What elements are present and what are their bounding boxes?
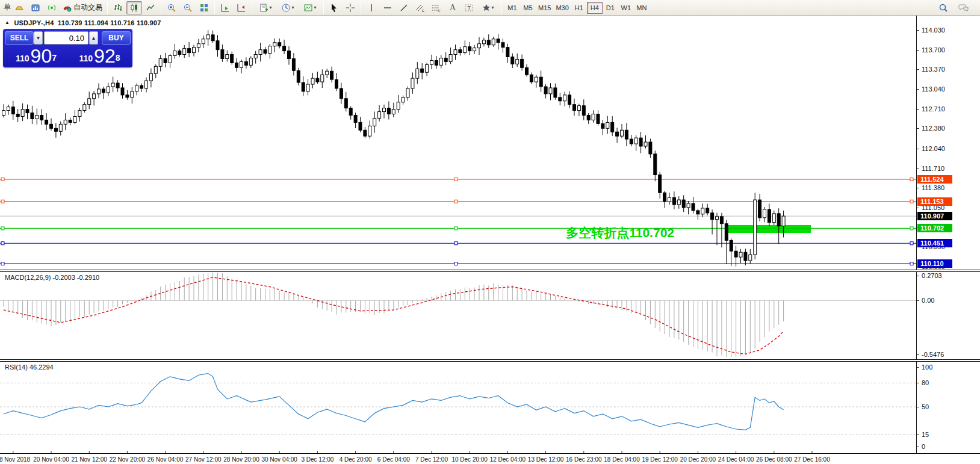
hline-handle[interactable] <box>910 200 913 203</box>
main-toolbar: 单 自动交易 ▾ ▾ ▾ <box>0 0 980 16</box>
buy-price[interactable]: 110 92 8 <box>69 46 131 65</box>
macd-panel <box>0 273 916 357</box>
vertical-line-tool-icon[interactable] <box>364 1 379 14</box>
candle-body <box>649 142 652 154</box>
price-tick <box>917 188 919 188</box>
tile-windows-icon[interactable] <box>196 1 212 14</box>
toolbar-separator <box>252 2 252 14</box>
zoom-out-icon[interactable] <box>180 1 196 14</box>
chat-icon[interactable] <box>956 1 972 14</box>
price-tick-label: 113.040 <box>922 85 945 93</box>
macd-label: MACD(12,26,9) -0.2003 -0.2910 <box>5 274 99 281</box>
time-label: 3 Dec 12:00 <box>301 456 333 463</box>
line-chart-mode-icon[interactable] <box>143 1 158 14</box>
hline-handle[interactable] <box>454 262 457 265</box>
signal-icon[interactable] <box>44 1 60 14</box>
rsi-scale-label: 0 <box>922 443 925 450</box>
hline-handle[interactable] <box>1 200 4 203</box>
chart-shift-icon[interactable] <box>234 1 249 14</box>
trendline-tool-icon[interactable] <box>396 1 412 14</box>
candlestick-mode-icon[interactable] <box>126 1 142 14</box>
timeframe-m1[interactable]: M1 <box>504 2 520 14</box>
pivot-annotation[interactable]: 多空转折点110.702 <box>536 224 674 241</box>
rsi-panel-splitter[interactable] <box>0 359 980 362</box>
volume-input[interactable] <box>44 31 88 45</box>
hline-handle[interactable] <box>454 178 457 181</box>
autotrading-button[interactable]: 自动交易 <box>60 1 105 14</box>
candle-body <box>549 88 552 94</box>
equidistant-channel-tool-icon[interactable]: E <box>412 1 428 14</box>
hline-handle[interactable] <box>454 200 457 203</box>
candle-body <box>359 122 362 130</box>
gold-ingot-icon[interactable] <box>11 1 27 14</box>
timeframe-w1[interactable]: W1 <box>618 2 634 14</box>
hline-handle[interactable] <box>454 227 457 230</box>
new-chart-button[interactable]: ▾ <box>255 1 276 14</box>
chart-canvas[interactable] <box>0 16 916 464</box>
timeframe-m15[interactable]: M15 <box>536 2 553 14</box>
text-tool-icon[interactable]: A <box>445 1 461 14</box>
zoom-in-icon[interactable] <box>164 1 179 14</box>
timeframe-h1[interactable]: H1 <box>571 2 587 14</box>
price-tick-label: 113.700 <box>922 46 945 54</box>
candle-body <box>559 97 562 101</box>
candle-body <box>644 142 647 146</box>
indicators-button[interactable]: ▾ <box>299 1 321 14</box>
hline-handle[interactable] <box>454 242 457 245</box>
timeframe-m5[interactable]: M5 <box>520 2 536 14</box>
hline-handle[interactable] <box>1 227 4 230</box>
timeframe-m30[interactable]: M30 <box>553 2 571 14</box>
new-order-button[interactable]: 单 <box>4 2 11 13</box>
candle-body <box>397 102 400 110</box>
candle-body <box>416 69 419 78</box>
buy-button[interactable]: BUY <box>102 31 131 45</box>
periods-button[interactable]: ▾ <box>277 1 299 14</box>
candle-body <box>140 85 143 88</box>
candle-body <box>83 105 86 111</box>
sell-price[interactable]: 110 90 7 <box>5 46 67 65</box>
cursor-tool-icon[interactable] <box>326 1 342 14</box>
candle-body <box>468 47 471 51</box>
fibonacci-tool-icon[interactable]: F <box>429 1 444 14</box>
candle-body <box>616 132 619 136</box>
candle-body <box>311 78 314 84</box>
candle-body <box>306 84 309 91</box>
volume-decrease-button[interactable]: ▼ <box>34 31 43 45</box>
timeframe-mn[interactable]: MN <box>634 2 650 14</box>
time-axis[interactable]: 18 Nov 201820 Nov 04:0021 Nov 12:0022 No… <box>0 453 980 464</box>
highlight-rectangle[interactable] <box>727 225 811 233</box>
auto-scroll-icon[interactable] <box>217 1 233 14</box>
time-label: 28 Nov 20:00 <box>223 456 259 463</box>
collapse-triangle-icon[interactable]: ▲ <box>5 20 10 25</box>
timeframe-d1[interactable]: D1 <box>603 2 618 14</box>
hline-handle[interactable] <box>910 178 913 181</box>
volume-increase-button[interactable]: ▲ <box>89 31 98 45</box>
market-watch-icon[interactable] <box>28 1 43 14</box>
hline-handle[interactable] <box>910 242 913 245</box>
timeframe-h4[interactable]: H4 <box>587 2 603 14</box>
candle-body <box>663 193 666 202</box>
text-label-tool-icon[interactable]: T <box>461 1 477 14</box>
sell-button[interactable]: SELL <box>5 31 34 45</box>
svg-text:E: E <box>422 9 424 13</box>
candle-body <box>378 112 381 119</box>
search-icon[interactable] <box>935 1 951 14</box>
price-axis[interactable]: 114.030113.700113.370113.040112.710112.3… <box>916 16 980 453</box>
hline-handle[interactable] <box>1 178 4 181</box>
hline-handle[interactable] <box>910 262 913 265</box>
macd-panel-splitter[interactable] <box>0 270 980 272</box>
hline-handle[interactable] <box>1 242 4 245</box>
toolbar-separator <box>361 2 361 14</box>
crosshair-tool-icon[interactable] <box>343 1 358 14</box>
hline-handle[interactable] <box>910 227 913 230</box>
horizontal-line-tool-icon[interactable] <box>380 1 395 14</box>
candle-body <box>459 50 462 53</box>
hline-handle[interactable] <box>1 262 4 265</box>
bar-chart-mode-icon[interactable] <box>110 1 126 14</box>
arrows-tool-button[interactable]: ▾ <box>477 1 499 14</box>
candle-body <box>506 48 509 57</box>
sell-price-sup: 7 <box>52 46 57 70</box>
price-tick-label: 112.380 <box>922 125 945 132</box>
time-label: 18 Nov 2018 <box>0 456 30 463</box>
time-label: 26 Nov 04:00 <box>147 456 184 463</box>
